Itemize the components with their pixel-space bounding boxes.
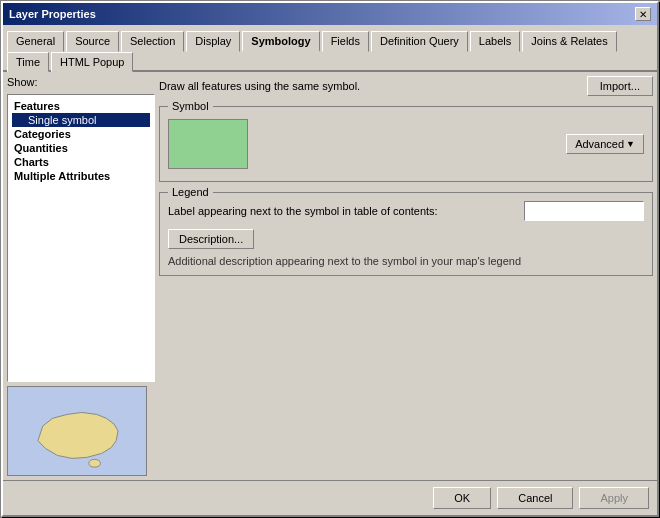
tab-fields[interactable]: Fields	[322, 31, 369, 52]
layer-properties-window: Layer Properties ✕ General Source Select…	[1, 1, 659, 517]
tree-item-single-symbol[interactable]: Single symbol	[12, 113, 150, 127]
legend-row-label: Label appearing next to the symbol in ta…	[168, 205, 516, 217]
tree-item-categories[interactable]: Categories	[12, 127, 150, 141]
ok-button[interactable]: OK	[433, 487, 491, 509]
tab-display[interactable]: Display	[186, 31, 240, 52]
advanced-dropdown-arrow: ▼	[626, 139, 635, 149]
tab-time[interactable]: Time	[7, 52, 49, 72]
svg-point-2	[89, 459, 101, 467]
tab-definition-query[interactable]: Definition Query	[371, 31, 468, 52]
draw-all-row: Draw all features using the same symbol.…	[159, 76, 653, 96]
tab-selection[interactable]: Selection	[121, 31, 184, 52]
advanced-button[interactable]: Advanced ▼	[566, 134, 644, 154]
legend-input[interactable]	[524, 201, 644, 221]
tab-joins-relates[interactable]: Joins & Relates	[522, 31, 616, 52]
tab-labels[interactable]: Labels	[470, 31, 520, 52]
bottom-bar: OK Cancel Apply	[3, 480, 657, 515]
advanced-label: Advanced	[575, 138, 624, 150]
tab-general[interactable]: General	[7, 31, 64, 52]
content-area: Show: Features Single symbol Categories …	[3, 72, 657, 480]
tree-item-quantities[interactable]: Quantities	[12, 141, 150, 155]
show-tree: Features Single symbol Categories Quanti…	[7, 94, 155, 382]
tree-item-multiple-attributes[interactable]: Multiple Attributes	[12, 169, 150, 183]
symbol-group-label: Symbol	[168, 100, 213, 112]
legend-group-label: Legend	[168, 186, 213, 198]
apply-button[interactable]: Apply	[579, 487, 649, 509]
legend-row: Label appearing next to the symbol in ta…	[168, 201, 644, 221]
show-label: Show:	[7, 76, 155, 88]
window-title: Layer Properties	[9, 8, 96, 20]
title-bar: Layer Properties ✕	[3, 3, 657, 25]
tab-source[interactable]: Source	[66, 31, 119, 52]
close-button[interactable]: ✕	[635, 7, 651, 21]
tab-symbology[interactable]: Symbology	[242, 31, 319, 52]
symbol-rect[interactable]	[168, 119, 248, 169]
legend-group: Legend Label appearing next to the symbo…	[159, 192, 653, 276]
additional-description: Additional description appearing next to…	[168, 255, 644, 267]
map-preview	[7, 386, 147, 476]
tabs-container: General Source Selection Display Symbolo…	[3, 25, 657, 72]
symbol-area: Advanced ▼	[168, 115, 644, 173]
symbol-group: Symbol Advanced ▼	[159, 106, 653, 182]
australia-map-svg	[8, 387, 146, 475]
import-button[interactable]: Import...	[587, 76, 653, 96]
description-button[interactable]: Description...	[168, 229, 254, 249]
right-panel: Draw all features using the same symbol.…	[159, 76, 653, 476]
cancel-button[interactable]: Cancel	[497, 487, 573, 509]
left-panel: Show: Features Single symbol Categories …	[7, 76, 155, 476]
tab-html-popup[interactable]: HTML Popup	[51, 52, 133, 72]
tree-item-features[interactable]: Features	[12, 99, 150, 113]
tree-item-charts[interactable]: Charts	[12, 155, 150, 169]
draw-all-text: Draw all features using the same symbol.	[159, 80, 360, 92]
